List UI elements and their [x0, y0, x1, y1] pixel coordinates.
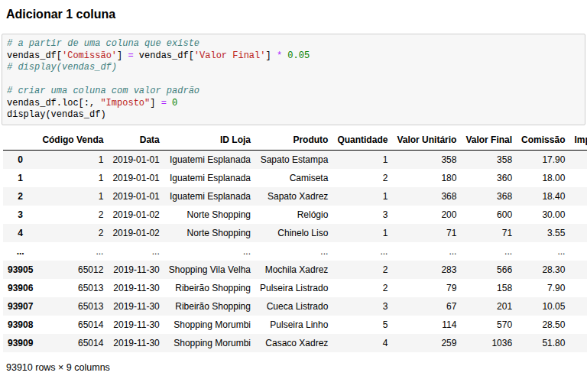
table-cell: 180: [392, 169, 461, 187]
column-header: Imposto: [569, 131, 587, 151]
table-cell: 358: [392, 150, 461, 169]
table-cell: 79: [392, 279, 461, 297]
page-title: Adicionar 1 coluna: [6, 7, 581, 21]
table-cell: 1: [332, 224, 392, 242]
row-index: ...: [3, 242, 37, 261]
column-header: Valor Unitário: [392, 131, 461, 151]
table-row: 422019-01-02Norte ShoppingChinelo Liso17…: [3, 224, 587, 242]
dataframe-table: Código VendaDataID LojaProdutoQuantidade…: [3, 131, 587, 352]
table-cell: Norte Shopping: [164, 206, 255, 224]
code-token: 'Valor Final': [194, 50, 266, 61]
table-cell: 114: [392, 316, 461, 334]
table-row: 012019-01-01Iguatemi EsplanadaSapato Est…: [3, 150, 587, 169]
code-token: ]: [265, 50, 276, 61]
table-row: 212019-01-01Iguatemi EsplanadaSapato Xad…: [3, 187, 587, 206]
column-header: Código Venda: [37, 131, 108, 151]
table-dimensions: 93910 rows × 9 columns: [6, 362, 587, 373]
table-row: 93909650142019-11-30Shopping MorumbiCasa…: [3, 334, 587, 352]
table-cell: Iguatemi Esplanada: [164, 187, 255, 206]
table-cell: 2019-11-30: [108, 297, 164, 316]
code-token: 0: [172, 98, 177, 109]
table-cell: ...: [164, 242, 255, 261]
code-line: vendas_df.loc[:, "Imposto"] = 0: [7, 98, 580, 110]
table-cell: 259: [392, 334, 461, 352]
row-index: 93908: [3, 316, 37, 334]
code-cell[interactable]: # a partir de uma coluna que existevenda…: [2, 34, 585, 125]
table-cell: 2: [332, 261, 392, 279]
code-token: =: [161, 98, 167, 109]
table-cell: 600: [461, 206, 517, 224]
table-cell: 2: [37, 224, 108, 242]
code-token: =: [128, 50, 133, 61]
table-row: 93905650122019-11-30Shopping Vila VelhaM…: [3, 261, 587, 279]
table-cell: Relógio: [255, 206, 332, 224]
table-cell: 201: [461, 297, 517, 316]
row-index: 2: [3, 187, 37, 206]
row-index: 1: [3, 169, 37, 187]
table-cell: 5: [332, 316, 392, 334]
table-cell: 360: [461, 169, 517, 187]
table-cell: 28.30: [517, 261, 569, 279]
table-cell: ...: [255, 242, 332, 261]
row-index: 4: [3, 224, 37, 242]
table-cell: ...: [108, 242, 164, 261]
table-cell: ...: [517, 242, 569, 261]
table-cell: 0: [569, 334, 587, 352]
table-cell: Pulseira Linho: [255, 316, 332, 334]
table-row: 93906650132019-11-30Ribeirão ShoppingPul…: [3, 279, 587, 297]
table-body: 012019-01-01Iguatemi EsplanadaSapato Est…: [3, 150, 587, 352]
table-cell: 1: [37, 187, 108, 206]
table-cell: 0: [569, 169, 587, 187]
table-cell: 7.90: [517, 279, 569, 297]
table-row: 93908650142019-11-30Shopping MorumbiPuls…: [3, 316, 587, 334]
table-cell: 0: [569, 224, 587, 242]
table-cell: 65012: [37, 261, 108, 279]
table-cell: Iguatemi Esplanada: [164, 150, 255, 169]
table-cell: 0: [569, 279, 587, 297]
code-token: vendas_df[: [7, 50, 62, 61]
row-index: 93906: [3, 279, 37, 297]
code-token: 0.05: [287, 50, 310, 61]
table-cell: 2019-11-30: [108, 334, 164, 352]
table-cell: 368: [392, 187, 461, 206]
table-cell: 0: [569, 261, 587, 279]
row-index: 93907: [3, 297, 37, 316]
code-token: # a partir de uma coluna que existe: [7, 38, 199, 49]
code-line: display(vendas_df): [7, 109, 580, 121]
table-cell: Shopping Morumbi: [164, 316, 255, 334]
table-cell: 2019-01-01: [108, 150, 164, 169]
table-cell: 1: [37, 150, 108, 169]
table-cell: 368: [461, 187, 517, 206]
code-token: *: [277, 50, 282, 61]
table-cell: Cueca Listrado: [255, 297, 332, 316]
table-row: 322019-01-02Norte ShoppingRelógio3200600…: [3, 206, 587, 224]
table-header-row: Código VendaDataID LojaProdutoQuantidade…: [3, 131, 587, 151]
code-line: # criar uma coluna com valor padrão: [7, 86, 580, 98]
column-header: ID Loja: [164, 131, 255, 151]
table-cell: ...: [461, 242, 517, 261]
column-header: Produto: [255, 131, 332, 151]
table-cell: 2: [332, 279, 392, 297]
column-header: Data: [108, 131, 164, 151]
code-token: vendas_df.loc[:,: [7, 98, 100, 109]
table-cell: 2019-01-02: [108, 206, 164, 224]
code-block: # a partir de uma coluna que existevenda…: [7, 38, 580, 121]
column-header: Comissão: [517, 131, 569, 151]
table-cell: 0: [569, 206, 587, 224]
table-cell: Sapato Estampa: [255, 150, 332, 169]
table-cell: Ribeirão Shopping: [164, 279, 255, 297]
table-row: 93907650132019-11-30Ribeirão ShoppingCue…: [3, 297, 587, 316]
table-cell: 283: [392, 261, 461, 279]
table-cell: 0: [569, 297, 587, 316]
table-row: 112019-01-01Iguatemi EsplanadaCamiseta21…: [3, 169, 587, 187]
table-cell: 65014: [37, 316, 108, 334]
table-cell: Casaco Xadrez: [255, 334, 332, 352]
table-cell: ...: [392, 242, 461, 261]
table-cell: 1: [332, 150, 392, 169]
table-cell: 3: [332, 206, 392, 224]
code-token: 'Comissão': [62, 50, 117, 61]
table-cell: 51.80: [517, 334, 569, 352]
table-cell: Norte Shopping: [164, 224, 255, 242]
table-cell: Shopping Morumbi: [164, 334, 255, 352]
row-index: 3: [3, 206, 37, 224]
